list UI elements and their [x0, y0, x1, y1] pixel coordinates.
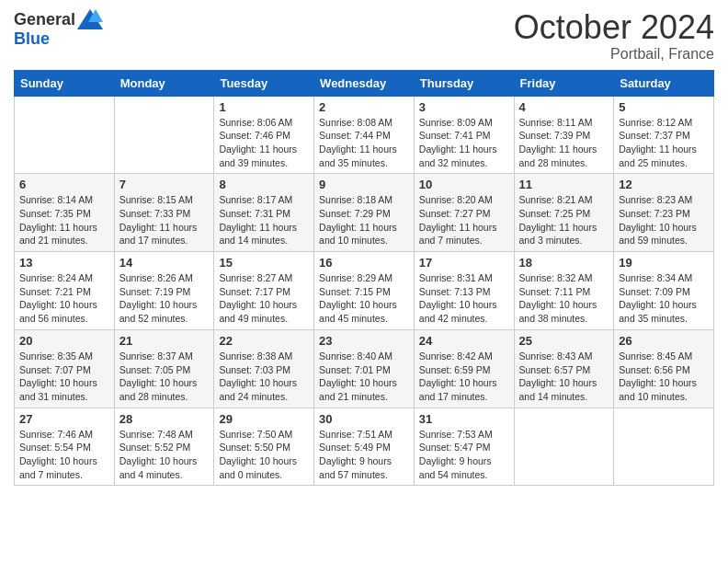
- day-info-line: Daylight: 11 hours and 35 minutes.: [319, 144, 397, 168]
- day-info: Sunrise: 8:29 AMSunset: 7:15 PMDaylight:…: [319, 271, 409, 326]
- day-info-line: Sunset: 7:13 PM: [419, 286, 491, 297]
- calendar-cell: [514, 408, 614, 486]
- day-number: 3: [419, 100, 509, 114]
- day-info-line: Sunrise: 8:14 AM: [19, 194, 93, 205]
- day-number: 8: [219, 178, 309, 191]
- day-info-line: Sunset: 5:50 PM: [219, 442, 290, 453]
- day-info-line: Daylight: 11 hours and 28 minutes.: [519, 144, 597, 168]
- day-info-line: Sunset: 7:21 PM: [19, 286, 91, 297]
- calendar-cell: 30Sunrise: 7:51 AMSunset: 5:49 PMDayligh…: [314, 408, 415, 486]
- day-info-line: Sunset: 7:35 PM: [19, 208, 91, 219]
- calendar-cell: 28Sunrise: 7:48 AMSunset: 5:52 PMDayligh…: [114, 408, 214, 486]
- day-info-line: Daylight: 11 hours and 17 minutes.: [119, 222, 198, 247]
- day-number: 18: [519, 256, 609, 270]
- day-number: 4: [519, 100, 609, 114]
- day-info-line: Sunset: 7:19 PM: [119, 286, 191, 297]
- calendar-cell: 17Sunrise: 8:31 AMSunset: 7:13 PMDayligh…: [414, 252, 514, 330]
- calendar-cell: 27Sunrise: 7:46 AMSunset: 5:54 PMDayligh…: [15, 408, 115, 486]
- day-info: Sunrise: 8:08 AMSunset: 7:44 PMDaylight:…: [319, 116, 409, 170]
- day-info-line: Daylight: 10 hours and 14 minutes.: [519, 377, 597, 402]
- day-info-line: Sunrise: 7:48 AM: [119, 429, 193, 440]
- day-number: 10: [419, 178, 509, 191]
- calendar-cell: 1Sunrise: 8:06 AMSunset: 7:46 PMDaylight…: [214, 96, 314, 174]
- day-info: Sunrise: 8:38 AMSunset: 7:03 PMDaylight:…: [219, 350, 309, 404]
- day-number: 20: [19, 334, 109, 348]
- calendar-week-row: 6Sunrise: 8:14 AMSunset: 7:35 PMDaylight…: [15, 174, 714, 252]
- day-info-line: Sunrise: 8:34 AM: [619, 272, 692, 283]
- day-info: Sunrise: 8:40 AMSunset: 7:01 PMDaylight:…: [319, 350, 409, 404]
- day-info-line: Sunrise: 8:43 AM: [519, 350, 593, 362]
- day-info-line: Sunrise: 8:27 AM: [219, 272, 292, 283]
- logo: General Blue: [14, 9, 103, 49]
- day-info-line: Daylight: 10 hours and 4 minutes.: [119, 455, 198, 480]
- day-info: Sunrise: 8:15 AMSunset: 7:33 PMDaylight:…: [119, 193, 210, 247]
- day-info-line: Sunset: 7:37 PM: [619, 130, 690, 141]
- day-number: 14: [119, 256, 210, 270]
- day-info-line: Daylight: 11 hours and 21 minutes.: [19, 222, 97, 247]
- day-info-line: Daylight: 10 hours and 0 minutes.: [219, 455, 297, 480]
- day-info-line: Daylight: 10 hours and 24 minutes.: [219, 377, 297, 402]
- calendar-cell: 29Sunrise: 7:50 AMSunset: 5:50 PMDayligh…: [214, 408, 314, 486]
- day-info-line: Sunset: 7:31 PM: [219, 208, 290, 219]
- day-info-line: Daylight: 11 hours and 7 minutes.: [419, 222, 497, 247]
- day-info-line: Sunset: 7:44 PM: [319, 130, 391, 141]
- day-info: Sunrise: 8:26 AMSunset: 7:19 PMDaylight:…: [119, 271, 210, 326]
- day-info-line: Sunset: 7:27 PM: [419, 208, 491, 219]
- day-info-line: Sunrise: 8:08 AM: [319, 117, 392, 128]
- day-info-line: Sunrise: 8:29 AM: [319, 272, 392, 283]
- weekday-header-sunday: Sunday: [15, 70, 115, 96]
- logo-text: General: [14, 9, 103, 29]
- day-number: 29: [219, 412, 309, 426]
- day-info-line: Sunset: 6:56 PM: [619, 364, 690, 375]
- day-info-line: Sunset: 7:25 PM: [519, 208, 591, 219]
- calendar-cell: 23Sunrise: 8:40 AMSunset: 7:01 PMDayligh…: [314, 329, 415, 408]
- calendar-cell: 21Sunrise: 8:37 AMSunset: 7:05 PMDayligh…: [114, 329, 214, 408]
- day-info-line: Daylight: 10 hours and 35 minutes.: [619, 299, 697, 324]
- calendar-cell: 22Sunrise: 8:38 AMSunset: 7:03 PMDayligh…: [214, 329, 314, 408]
- day-info-line: Sunrise: 8:09 AM: [419, 117, 493, 128]
- day-number: 17: [419, 256, 509, 270]
- calendar-cell: [15, 96, 115, 174]
- day-info-line: Daylight: 10 hours and 45 minutes.: [319, 299, 397, 324]
- logo-icon: [77, 9, 103, 29]
- calendar-cell: 12Sunrise: 8:23 AMSunset: 7:23 PMDayligh…: [614, 174, 714, 252]
- month-title: October 2024: [514, 9, 714, 46]
- day-info-line: Sunrise: 8:32 AM: [519, 272, 593, 283]
- day-info-line: Sunset: 7:17 PM: [219, 286, 290, 297]
- day-info: Sunrise: 8:21 AMSunset: 7:25 PMDaylight:…: [519, 193, 609, 247]
- day-info-line: Sunrise: 7:53 AM: [419, 429, 493, 440]
- day-info-line: Daylight: 11 hours and 14 minutes.: [219, 222, 297, 247]
- day-info-line: Sunrise: 8:12 AM: [619, 117, 692, 128]
- day-info-line: Sunrise: 8:42 AM: [419, 350, 493, 362]
- day-info-line: Daylight: 10 hours and 52 minutes.: [119, 299, 198, 324]
- day-info-line: Sunset: 5:47 PM: [419, 442, 491, 453]
- title-block: October 2024 Portbail, France: [514, 9, 714, 63]
- day-info: Sunrise: 8:23 AMSunset: 7:23 PMDaylight:…: [619, 193, 709, 247]
- calendar-cell: 3Sunrise: 8:09 AMSunset: 7:41 PMDaylight…: [414, 96, 514, 174]
- logo-blue-text: Blue: [14, 29, 50, 49]
- day-info-line: Daylight: 9 hours and 57 minutes.: [319, 455, 392, 480]
- day-info-line: Daylight: 10 hours and 28 minutes.: [119, 377, 198, 402]
- calendar-cell: 13Sunrise: 8:24 AMSunset: 7:21 PMDayligh…: [15, 252, 115, 330]
- day-info-line: Sunrise: 7:51 AM: [319, 429, 392, 440]
- weekday-header-friday: Friday: [514, 70, 614, 96]
- day-info-line: Sunset: 5:52 PM: [119, 442, 191, 453]
- calendar-cell: 14Sunrise: 8:26 AMSunset: 7:19 PMDayligh…: [114, 252, 214, 330]
- day-number: 25: [519, 334, 609, 348]
- calendar-cell: 25Sunrise: 8:43 AMSunset: 6:57 PMDayligh…: [514, 329, 614, 408]
- day-info-line: Sunset: 7:01 PM: [319, 364, 391, 375]
- day-number: 27: [19, 412, 109, 426]
- day-info-line: Sunrise: 8:45 AM: [619, 350, 692, 362]
- calendar-cell: 26Sunrise: 8:45 AMSunset: 6:56 PMDayligh…: [614, 329, 714, 408]
- day-info-line: Sunrise: 8:17 AM: [219, 194, 292, 205]
- day-info-line: Sunset: 6:59 PM: [419, 364, 491, 375]
- day-info-line: Sunrise: 8:20 AM: [419, 194, 493, 205]
- day-info-line: Sunrise: 8:37 AM: [119, 350, 193, 362]
- day-info-line: Daylight: 10 hours and 42 minutes.: [419, 299, 497, 324]
- weekday-header-thursday: Thursday: [414, 70, 514, 96]
- day-info-line: Sunset: 7:07 PM: [19, 364, 91, 375]
- day-info: Sunrise: 8:11 AMSunset: 7:39 PMDaylight:…: [519, 116, 609, 170]
- day-number: 11: [519, 178, 609, 191]
- header: General Blue October 2024 Portbail, Fran…: [14, 9, 714, 63]
- calendar-cell: [614, 408, 714, 486]
